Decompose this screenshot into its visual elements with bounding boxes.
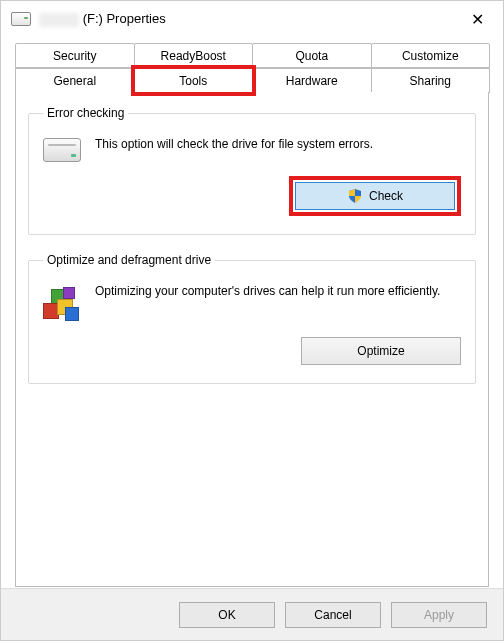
- dialog-footer: OK Cancel Apply: [1, 588, 503, 640]
- tab-readyboost[interactable]: ReadyBoost: [134, 43, 254, 68]
- window-title: (F:) Properties: [39, 11, 166, 27]
- close-icon: ✕: [471, 10, 484, 29]
- ok-button[interactable]: OK: [179, 602, 275, 628]
- tab-content: Error checking This option will check th…: [15, 92, 489, 587]
- tab-customize[interactable]: Customize: [371, 43, 491, 68]
- optimize-button-label: Optimize: [357, 344, 404, 358]
- redacted-drive-label: [39, 13, 79, 27]
- drive-icon: [11, 12, 31, 26]
- title-suffix: (F:) Properties: [83, 11, 166, 26]
- tab-general[interactable]: General: [15, 68, 135, 93]
- optimize-legend: Optimize and defragment drive: [43, 253, 215, 267]
- check-button-highlight-wrap: Check: [289, 176, 461, 216]
- titlebar: (F:) Properties ✕: [1, 1, 503, 37]
- cancel-button[interactable]: Cancel: [285, 602, 381, 628]
- optimize-group: Optimize and defragment drive Optimizing…: [28, 253, 476, 384]
- close-button[interactable]: ✕: [455, 4, 499, 34]
- tab-quota[interactable]: Quota: [252, 43, 372, 68]
- error-checking-text: This option will check the drive for fil…: [95, 136, 461, 162]
- check-button[interactable]: Check: [295, 182, 455, 210]
- tab-security[interactable]: Security: [15, 43, 135, 68]
- error-checking-group: Error checking This option will check th…: [28, 106, 476, 235]
- apply-button[interactable]: Apply: [391, 602, 487, 628]
- hdd-icon: [43, 138, 81, 162]
- tabs: Security ReadyBoost Quota Customize Gene…: [1, 37, 503, 93]
- tab-sharing[interactable]: Sharing: [371, 68, 491, 93]
- optimize-text: Optimizing your computer's drives can he…: [95, 283, 461, 323]
- check-button-label: Check: [369, 189, 403, 203]
- shield-icon: [347, 188, 363, 204]
- tab-hardware[interactable]: Hardware: [252, 68, 372, 93]
- error-checking-legend: Error checking: [43, 106, 128, 120]
- tab-tools[interactable]: Tools: [134, 68, 254, 93]
- defrag-icon: [43, 285, 81, 323]
- optimize-button[interactable]: Optimize: [301, 337, 461, 365]
- properties-dialog: (F:) Properties ✕ Security ReadyBoost Qu…: [0, 0, 504, 641]
